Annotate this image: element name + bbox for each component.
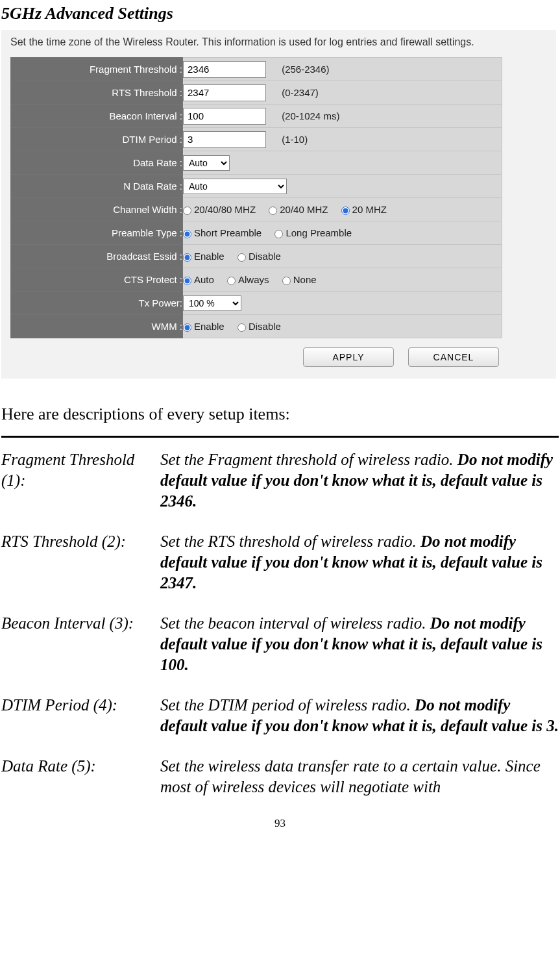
bcast-disable[interactable] (237, 253, 246, 262)
beacon-input[interactable] (183, 108, 266, 125)
wmm-disable[interactable] (237, 323, 246, 332)
desc-rts: RTS Threshold (2): Set the RTS threshold… (1, 531, 559, 594)
panel-caption: Set the time zone of the Wireless Router… (10, 36, 547, 48)
settings-table: Fragment Threshold : (256-2346) RTS Thre… (10, 57, 502, 338)
dtim-label: DTIM Period : (11, 128, 183, 151)
chwidth-options: 20/40/80 MHZ 20/40 MHZ 20 MHZ (183, 198, 502, 221)
cts-always[interactable] (227, 277, 236, 285)
preamble-options: Short Preamble Long Preamble (183, 221, 502, 245)
dtim-input[interactable] (183, 131, 266, 148)
router-settings-panel: Set the time zone of the Wireless Router… (1, 30, 556, 379)
chwidth-204080[interactable] (183, 207, 191, 215)
bcast-label: Broadcast Essid : (11, 245, 183, 268)
rts-input[interactable] (183, 84, 266, 101)
page-number: 93 (1, 817, 559, 830)
chwidth-label: Channel Width : (11, 198, 183, 221)
preamble-label: Preamble Type : (11, 221, 183, 245)
data-rate-label: Data Rate : (11, 151, 183, 175)
bcast-options: Enable Disable (183, 245, 502, 268)
desc-beacon: Beacon Interval (3): Set the beacon inte… (1, 613, 559, 675)
beacon-label: Beacon Interval : (11, 105, 183, 128)
chwidth-20[interactable] (341, 207, 350, 215)
beacon-hint: (20-1024 ms) (282, 110, 339, 121)
n-rate-label: N Data Rate : (11, 175, 183, 198)
page-title: 5GHz Advanced Settings (1, 4, 559, 23)
n-rate-select[interactable]: Auto (183, 179, 287, 194)
cts-auto[interactable] (183, 277, 191, 285)
intro-text: Here are descriptions of every setup ite… (1, 405, 559, 424)
fragment-hint: (256-2346) (282, 64, 329, 75)
chwidth-2040[interactable] (269, 207, 277, 215)
divider (1, 436, 559, 438)
wmm-enable[interactable] (183, 323, 191, 332)
cts-none[interactable] (282, 277, 291, 285)
preamble-long[interactable] (274, 230, 283, 238)
cancel-button[interactable]: CANCEL (408, 347, 499, 367)
preamble-short[interactable] (183, 230, 191, 238)
bcast-enable[interactable] (183, 253, 191, 262)
cts-label: CTS Protect : (11, 268, 183, 292)
rts-hint: (0-2347) (282, 87, 319, 98)
fragment-label: Fragment Threshold : (11, 58, 183, 81)
cts-options: Auto Always None (183, 268, 502, 292)
desc-data-rate: Data Rate (5): Set the wireless data tra… (1, 756, 559, 797)
wmm-label: WMM : (11, 315, 183, 338)
fragment-input[interactable] (183, 61, 266, 78)
desc-fragment: Fragment Threshold (1): Set the Fragment… (1, 449, 559, 512)
rts-label: RTS Threshold : (11, 81, 183, 105)
desc-dtim: DTIM Period (4): Set the DTIM period of … (1, 695, 559, 736)
wmm-options: Enable Disable (183, 315, 502, 338)
txp-label: Tx Power: (11, 292, 183, 315)
dtim-hint: (1-10) (282, 134, 308, 145)
txp-select[interactable]: 100 % (183, 295, 241, 311)
data-rate-select[interactable]: Auto (183, 155, 230, 171)
apply-button[interactable]: APPLY (303, 347, 394, 367)
